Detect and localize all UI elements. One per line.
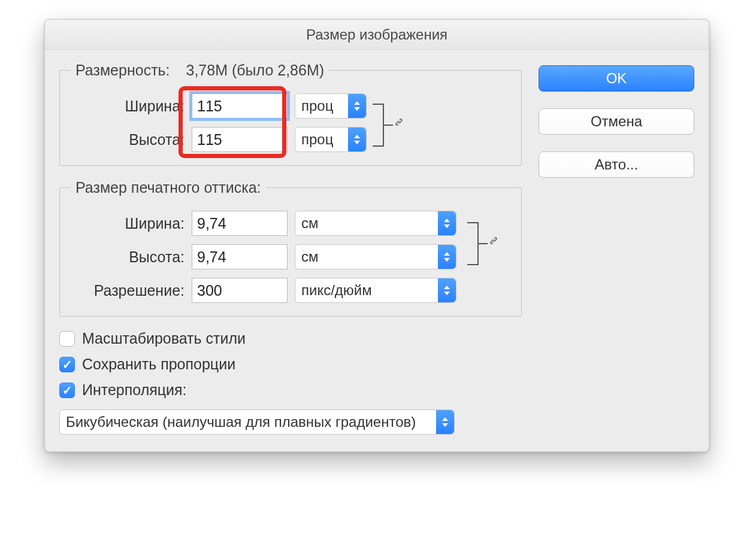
height-input[interactable] bbox=[192, 127, 288, 152]
window-title: Размер изображения bbox=[45, 20, 709, 50]
updown-icon bbox=[438, 278, 456, 302]
print-height-label: Высота: bbox=[71, 248, 185, 266]
pixel-dimensions-legend: Размерность: 3,78М (было 2,86М) bbox=[71, 62, 329, 79]
height-unit-value: проц bbox=[301, 131, 333, 148]
image-size-dialog: Размер изображения Размерность: 3,78М (б… bbox=[44, 19, 709, 452]
interpolation-select[interactable]: Бикубическая (наилучшая для плавных град… bbox=[59, 409, 455, 435]
auto-button[interactable]: Авто... bbox=[539, 151, 694, 178]
resample-checkbox[interactable]: Интерполяция: bbox=[59, 381, 522, 399]
resample-label: Интерполяция: bbox=[82, 381, 187, 399]
print-size-group: Размер печатного оттиска: Ширина: см bbox=[59, 179, 522, 317]
resolution-label: Разрешение: bbox=[71, 282, 185, 299]
updown-icon bbox=[348, 94, 366, 118]
constrain-proportions-label: Сохранить пропорции bbox=[82, 356, 235, 373]
width-unit-select[interactable]: проц bbox=[295, 93, 367, 119]
resolution-unit-select[interactable]: пикс/дюйм bbox=[295, 278, 456, 303]
updown-icon bbox=[348, 128, 366, 151]
scale-styles-label: Масштабировать стили bbox=[82, 330, 246, 347]
link-icon bbox=[393, 116, 405, 132]
print-height-unit-select[interactable]: см bbox=[295, 244, 456, 269]
print-width-label: Ширина: bbox=[71, 215, 185, 232]
updown-icon bbox=[438, 245, 456, 269]
width-label: Ширина: bbox=[71, 98, 185, 115]
width-input[interactable] bbox=[192, 93, 288, 119]
resolution-input[interactable] bbox=[192, 278, 288, 303]
print-size-legend: Размер печатного оттиска: bbox=[71, 179, 266, 196]
width-unit-value: проц bbox=[301, 98, 333, 114]
checkbox-checked-icon bbox=[59, 383, 75, 398]
cancel-button[interactable]: Отмена bbox=[539, 108, 694, 135]
scale-styles-checkbox[interactable]: Масштабировать стили bbox=[59, 330, 522, 347]
checkbox-icon bbox=[59, 331, 75, 347]
pixel-dimensions-value: 3,78М (было 2,86М) bbox=[186, 62, 325, 78]
print-width-unit-value: см bbox=[301, 215, 319, 232]
updown-icon bbox=[438, 211, 456, 235]
pixel-dimensions-group: Размерность: 3,78М (было 2,86М) Ширина: … bbox=[59, 62, 522, 166]
height-unit-select[interactable]: проц bbox=[295, 127, 367, 152]
print-width-input[interactable] bbox=[192, 211, 288, 236]
ok-button[interactable]: OK bbox=[539, 65, 694, 92]
resolution-unit-value: пикс/дюйм bbox=[301, 282, 372, 299]
height-label: Высота: bbox=[71, 131, 185, 148]
print-height-unit-value: см bbox=[301, 248, 319, 265]
interpolation-value: Бикубическая (наилучшая для плавных град… bbox=[66, 414, 416, 430]
updown-icon bbox=[436, 410, 454, 434]
print-width-unit-select[interactable]: см bbox=[295, 211, 456, 236]
checkbox-checked-icon bbox=[59, 357, 75, 372]
constrain-proportions-checkbox[interactable]: Сохранить пропорции bbox=[59, 356, 522, 373]
print-height-input[interactable] bbox=[192, 244, 288, 269]
link-icon bbox=[488, 235, 500, 250]
pixel-dimensions-label: Размерность: bbox=[75, 62, 170, 78]
